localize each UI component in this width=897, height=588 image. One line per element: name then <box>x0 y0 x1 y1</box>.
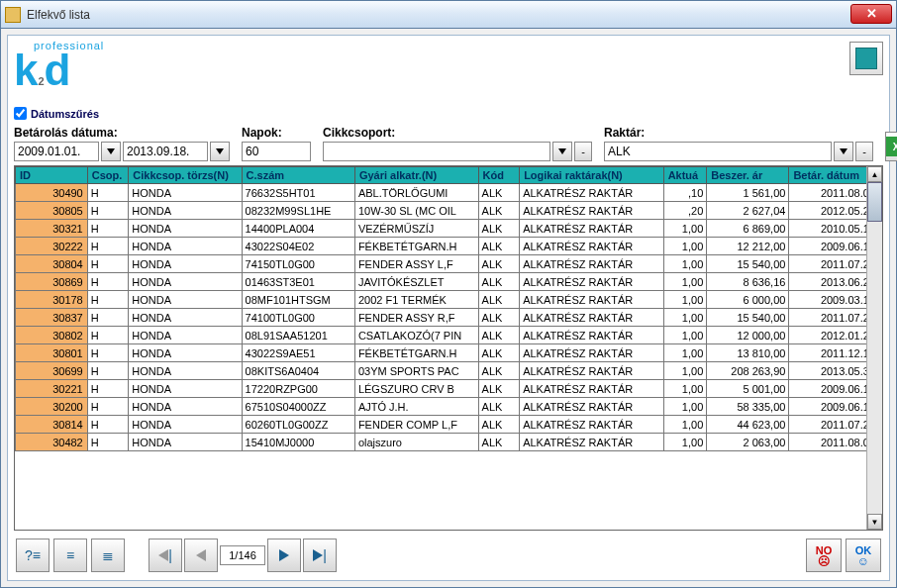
table-cell[interactable]: 15410MJ0000 <box>242 434 354 451</box>
table-cell[interactable]: 01463ST3E01 <box>242 273 354 291</box>
vertical-scrollbar[interactable]: ▲ ▼ <box>866 166 882 530</box>
table-cell[interactable]: 08232M99SL1HE <box>242 202 354 220</box>
table-row[interactable]: 30482HHONDA15410MJ0000olajszuroALKALKATR… <box>16 434 882 451</box>
table-cell[interactable]: H <box>87 362 129 380</box>
table-cell[interactable]: ALKATRÉSZ RAKTÁR <box>520 220 663 238</box>
date-from-input[interactable] <box>14 142 99 161</box>
table-cell[interactable]: ALKATRÉSZ RAKTÁR <box>520 327 663 344</box>
table-cell[interactable]: ALKATRÉSZ RAKTÁR <box>520 398 663 416</box>
table-cell[interactable]: HONDA <box>129 434 242 451</box>
table-cell[interactable]: 1,00 <box>663 398 707 416</box>
table-cell[interactable]: ALKATRÉSZ RAKTÁR <box>520 380 663 398</box>
table-cell[interactable]: AJTÓ J.H. <box>354 398 478 416</box>
table-cell[interactable]: 43022S04E02 <box>242 238 354 255</box>
table-cell[interactable]: H <box>87 434 129 451</box>
table-cell[interactable]: FENDER ASSY R,F <box>354 309 478 327</box>
table-cell[interactable]: FENDER COMP L,F <box>354 416 478 434</box>
table-cell[interactable]: H <box>87 184 129 202</box>
table-cell[interactable]: 208 263,90 <box>707 362 789 380</box>
scroll-down-button[interactable]: ▼ <box>867 514 882 530</box>
table-row[interactable]: 30178HHONDA08MF101HTSGM2002 F1 TERMÉKALK… <box>16 291 882 309</box>
table-cell[interactable]: HONDA <box>129 291 242 309</box>
table-cell[interactable]: 43022S9AE51 <box>242 344 354 362</box>
table-cell[interactable]: ALK <box>478 398 520 416</box>
group-input[interactable] <box>323 142 550 161</box>
table-cell[interactable]: ALK <box>478 273 520 291</box>
last-page-button[interactable]: | <box>303 539 337 572</box>
table-cell[interactable]: H <box>87 416 129 434</box>
table-cell[interactable]: 2 063,00 <box>707 434 789 451</box>
col-header[interactable]: Gyári alkatr.(N) <box>354 167 478 184</box>
store-picker-button[interactable] <box>834 142 853 161</box>
col-header[interactable]: Csop. <box>87 167 129 184</box>
table-cell[interactable]: 15 540,00 <box>707 309 789 327</box>
table-cell[interactable]: 6 869,00 <box>707 220 789 238</box>
table-cell[interactable]: ALK <box>478 202 520 220</box>
table-cell[interactable]: 30805 <box>16 202 88 220</box>
table-cell[interactable]: 1,00 <box>663 220 707 238</box>
help-button[interactable]: ?≡ <box>16 539 50 572</box>
table-cell[interactable]: ALKATRÉSZ RAKTÁR <box>520 344 663 362</box>
list-button-1[interactable]: ≡ <box>53 539 87 572</box>
table-cell[interactable]: 30869 <box>16 273 88 291</box>
table-row[interactable]: 30805HHONDA08232M99SL1HE10W-30 SL (MC OI… <box>16 202 882 220</box>
table-cell[interactable]: 30321 <box>16 220 88 238</box>
table-cell[interactable]: 30801 <box>16 344 88 362</box>
table-row[interactable]: 30222HHONDA43022S04E02FÉKBETÉTGARN.HALKA… <box>16 238 882 255</box>
table-cell[interactable]: H <box>87 202 129 220</box>
table-cell[interactable]: ALK <box>478 238 520 255</box>
table-cell[interactable]: 30221 <box>16 380 88 398</box>
export-excel-button[interactable]: X <box>885 132 897 161</box>
table-cell[interactable]: 30804 <box>16 255 88 273</box>
table-cell[interactable]: 58 335,00 <box>707 398 789 416</box>
list-button-2[interactable]: ≣ <box>91 539 125 572</box>
table-cell[interactable]: H <box>87 273 129 291</box>
close-button[interactable]: ✕ <box>850 4 892 24</box>
table-cell[interactable]: 1 561,00 <box>707 184 789 202</box>
col-header[interactable]: Beszer. ár <box>707 167 789 184</box>
group-clear-button[interactable]: - <box>574 142 592 161</box>
table-cell[interactable]: 08MF101HTSGM <box>242 291 354 309</box>
table-cell[interactable]: 12 212,00 <box>707 238 789 255</box>
table-cell[interactable]: 30178 <box>16 291 88 309</box>
table-cell[interactable]: 30814 <box>16 416 88 434</box>
table-cell[interactable]: HONDA <box>129 220 242 238</box>
table-cell[interactable]: 1,00 <box>663 291 707 309</box>
table-cell[interactable]: HONDA <box>129 238 242 255</box>
table-cell[interactable]: HONDA <box>129 380 242 398</box>
table-cell[interactable]: ALK <box>478 380 520 398</box>
days-input[interactable] <box>242 142 311 161</box>
table-row[interactable]: 30490HHONDA76632S5HT01ABL.TÖRLŐGUMIALKAL… <box>16 184 882 202</box>
table-cell[interactable]: 1,00 <box>663 255 707 273</box>
table-cell[interactable]: 1,00 <box>663 273 707 291</box>
table-cell[interactable]: 30837 <box>16 309 88 327</box>
table-cell[interactable]: ALKATRÉSZ RAKTÁR <box>520 362 663 380</box>
table-row[interactable]: 30801HHONDA43022S9AE51FÉKBETÉTGARN.HALKA… <box>16 344 882 362</box>
table-cell[interactable]: 1,00 <box>663 344 707 362</box>
table-row[interactable]: 30804HHONDA74150TL0G00FENDER ASSY L,FALK… <box>16 255 882 273</box>
table-cell[interactable]: ,10 <box>663 184 707 202</box>
table-cell[interactable]: 15 540,00 <box>707 255 789 273</box>
date-filter-checkbox[interactable] <box>14 107 27 120</box>
table-cell[interactable]: 8 636,16 <box>707 273 789 291</box>
table-cell[interactable]: HONDA <box>129 273 242 291</box>
scroll-up-button[interactable]: ▲ <box>867 166 882 182</box>
table-cell[interactable]: 14400PLA004 <box>242 220 354 238</box>
table-cell[interactable]: HONDA <box>129 398 242 416</box>
ok-button[interactable]: OK☺ <box>846 539 881 572</box>
table-cell[interactable]: JAVITÓKÉSZLET <box>354 273 478 291</box>
table-cell[interactable]: 76632S5HT01 <box>242 184 354 202</box>
table-cell[interactable]: H <box>87 238 129 255</box>
table-cell[interactable]: H <box>87 291 129 309</box>
table-cell[interactable]: 44 623,00 <box>707 416 789 434</box>
table-cell[interactable]: CSATLAKOZÓ(7 PIN <box>354 327 478 344</box>
table-row[interactable]: 30221HHONDA17220RZPG00LÉGSZURO CRV BALKA… <box>16 380 882 398</box>
table-cell[interactable]: 30802 <box>16 327 88 344</box>
table-cell[interactable]: 2 627,04 <box>707 202 789 220</box>
table-cell[interactable]: ALK <box>478 362 520 380</box>
table-cell[interactable]: 6 000,00 <box>707 291 789 309</box>
table-cell[interactable]: ALK <box>478 434 520 451</box>
table-cell[interactable]: 10W-30 SL (MC OIL <box>354 202 478 220</box>
table-cell[interactable]: FENDER ASSY L,F <box>354 255 478 273</box>
table-cell[interactable]: HONDA <box>129 416 242 434</box>
